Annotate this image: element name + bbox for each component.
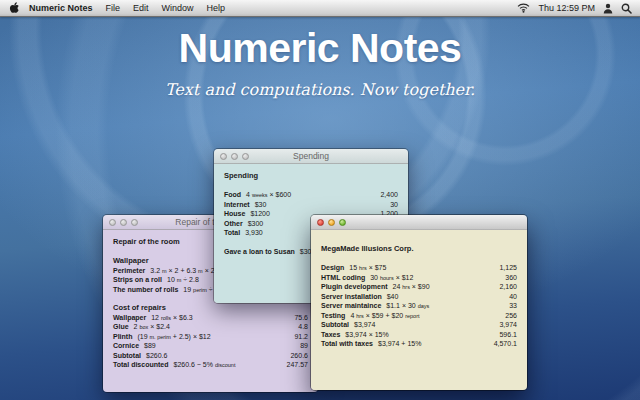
zoom-button[interactable]	[339, 219, 346, 226]
minimize-button[interactable]	[231, 153, 238, 160]
note-rows: Design15 hrs × $751,125HTML coding30 hou…	[321, 263, 517, 349]
row-label: Gave a loan to Susan	[224, 247, 295, 257]
row-value: 40	[503, 292, 517, 302]
row-label: Glue	[113, 322, 129, 332]
row-value: 360	[499, 273, 517, 283]
row-expression: $3,974 × 15%	[345, 330, 388, 340]
menu-bar: Numeric Notes FileEditWindowHelp Thu 12:…	[0, 0, 640, 17]
zoom-button[interactable]	[242, 153, 249, 160]
row-value: 2,160	[493, 282, 517, 292]
note-row: HTML coding30 hours × $12360	[321, 273, 517, 283]
note-row: Total discounted$260.6 − 5% discount247.…	[113, 360, 308, 370]
desktop: Numeric Notes FileEditWindowHelp Thu 12:…	[0, 0, 640, 400]
row-value: 33	[503, 301, 517, 311]
note-row: Plinth(19 m. perim + 2.5) × $1291.2	[113, 332, 308, 342]
row-label: Internet	[224, 200, 250, 210]
row-expression: $89	[144, 341, 156, 351]
window-controls	[311, 219, 346, 226]
row-label: Subtotal	[113, 351, 141, 361]
row-label: Perimeter	[113, 266, 145, 276]
hero: Numeric Notes Text and computations. Now…	[0, 26, 640, 99]
page-subtitle: Text and computations. Now together.	[0, 80, 640, 99]
row-label: Plinth	[113, 332, 132, 342]
row-value: 4.8	[292, 322, 308, 332]
window-controls	[214, 153, 249, 160]
note-row: Subtotal$3,9743,974	[321, 320, 517, 330]
row-label: Other	[224, 219, 243, 229]
note-editor[interactable]: MegaMade Illusions Corp. Design15 hrs × …	[311, 230, 527, 390]
row-label: Taxes	[321, 330, 340, 340]
note-row: Testing4 hrs × $59 + $20 report256	[321, 311, 517, 321]
zoom-button[interactable]	[131, 219, 138, 226]
row-label: Testing	[321, 311, 345, 321]
row-value: 1,125	[493, 263, 517, 273]
note-row: Taxes$3,974 × 15%596.1	[321, 330, 517, 340]
menu-items: FileEditWindowHelp	[106, 3, 239, 13]
row-value: 30	[384, 200, 398, 210]
page-title: Numeric Notes	[0, 26, 640, 70]
row-expression: $260.6 − 5% discount	[173, 360, 235, 371]
user-icon[interactable]	[603, 3, 613, 14]
note-row: Plugin development24 hrs × $902,160	[321, 282, 517, 292]
window-controls	[103, 219, 138, 226]
row-label: Food	[224, 190, 241, 200]
row-value: 596.1	[493, 330, 517, 340]
note-row: Food4 weeks × $6002,400	[224, 190, 398, 200]
row-expression: 4 weeks × $600	[246, 190, 291, 201]
apple-menu-icon[interactable]	[9, 2, 20, 14]
row-value: 247.57	[281, 360, 308, 370]
row-value: 4,570.1	[488, 339, 517, 349]
menu-item-edit[interactable]: Edit	[133, 3, 149, 13]
note-title: MegaMade Illusions Corp.	[321, 244, 517, 253]
row-expression: $1200	[250, 209, 269, 219]
row-label: HTML coding	[321, 273, 365, 283]
minimize-button[interactable]	[328, 219, 335, 226]
note-row: Server maintaince$1.1 × 30 days33	[321, 301, 517, 311]
wifi-icon[interactable]	[517, 3, 530, 13]
row-label: Cornice	[113, 341, 139, 351]
note-row: Design15 hrs × $751,125	[321, 263, 517, 273]
note-row: Total with taxes$3,974 + 15%4,570.1	[321, 339, 517, 349]
row-expression: $30	[255, 200, 267, 210]
row-label: Total with taxes	[321, 339, 373, 349]
row-value: 260.6	[284, 351, 308, 361]
note-row: Subtotal$260.6260.6	[113, 351, 308, 361]
note-row: Cornice$8989	[113, 341, 308, 351]
row-label: Server installation	[321, 292, 382, 302]
note-title: Spending	[224, 171, 398, 180]
close-button[interactable]	[220, 153, 227, 160]
row-expression: $260.6	[146, 351, 167, 361]
note-row: Glue2 box × $2.44.8	[113, 322, 308, 332]
menu-clock[interactable]: Thu 12:59 PM	[538, 3, 595, 13]
row-value: 3,974	[493, 320, 517, 330]
minimize-button[interactable]	[120, 219, 127, 226]
menu-item-file[interactable]: File	[106, 3, 121, 13]
menu-bar-status: Thu 12:59 PM	[517, 3, 640, 14]
menu-app-name[interactable]: Numeric Notes	[29, 3, 93, 13]
note-row: Wallpaper12 rolls × $6.375.6	[113, 313, 308, 323]
window-invoice-note: MegaMade Illusions Corp. Design15 hrs × …	[311, 215, 527, 390]
row-label: Subtotal	[321, 320, 349, 330]
row-value: 256	[499, 311, 517, 321]
window-titlebar[interactable]	[311, 215, 527, 230]
menu-bar-left: Numeric Notes FileEditWindowHelp	[0, 2, 238, 14]
spotlight-icon[interactable]	[621, 3, 632, 14]
note-section-title: Cost of repairs	[113, 303, 308, 313]
row-label: Wallpaper	[113, 313, 146, 323]
row-expression: $40	[387, 292, 399, 302]
row-label: Total discounted	[113, 360, 168, 370]
window-titlebar[interactable]: Spending	[214, 149, 408, 164]
row-value: 2,400	[374, 190, 398, 200]
row-label: Design	[321, 263, 344, 273]
row-label: Total	[224, 228, 240, 238]
menu-item-help[interactable]: Help	[207, 3, 226, 13]
row-label: Plugin development	[321, 282, 388, 292]
row-label: House	[224, 209, 245, 219]
row-value: 89	[294, 341, 308, 351]
menu-item-window[interactable]: Window	[162, 3, 194, 13]
close-button[interactable]	[109, 219, 116, 226]
row-label: Strips on a roll	[113, 275, 162, 285]
note-row: Internet$3030	[224, 200, 398, 210]
window-title: Spending	[238, 151, 384, 161]
close-button[interactable]	[317, 219, 324, 226]
